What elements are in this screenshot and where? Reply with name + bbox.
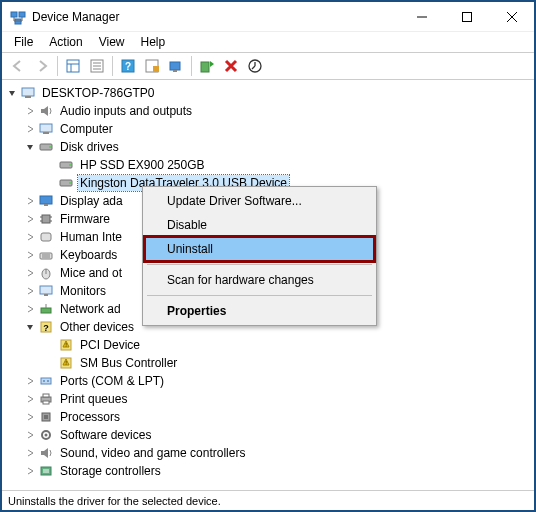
- tree-label: PCI Device: [78, 337, 142, 353]
- menu-help[interactable]: Help: [133, 33, 174, 51]
- tree-label: Storage controllers: [58, 463, 163, 479]
- svg-rect-35: [40, 196, 52, 204]
- gear-icon: [38, 427, 54, 443]
- enable-button[interactable]: [195, 54, 219, 78]
- svg-rect-36: [44, 204, 48, 206]
- uninstall-button[interactable]: [219, 54, 243, 78]
- chevron-right-icon[interactable]: [24, 429, 36, 441]
- device-tree[interactable]: DESKTOP-786GTP0 Audio inputs and outputs…: [2, 80, 534, 490]
- svg-point-60: [47, 380, 49, 382]
- tree-item-disk-hp[interactable]: HP SSD EX900 250GB: [4, 156, 532, 174]
- ctx-update-driver[interactable]: Update Driver Software...: [145, 189, 374, 213]
- tree-item-processors[interactable]: Processors: [4, 408, 532, 426]
- ctx-properties[interactable]: Properties: [145, 299, 374, 323]
- tree-item-pci[interactable]: ! PCI Device: [4, 336, 532, 354]
- svg-rect-27: [40, 124, 52, 132]
- tree-label: Display ada: [58, 193, 125, 209]
- printer-icon: [38, 391, 54, 407]
- svg-point-32: [69, 164, 71, 166]
- chevron-right-icon[interactable]: [24, 249, 36, 261]
- svg-rect-1: [19, 12, 25, 17]
- svg-rect-58: [41, 378, 51, 384]
- chevron-down-icon[interactable]: [6, 87, 18, 99]
- minimize-button[interactable]: [399, 2, 444, 32]
- tree-item-disk[interactable]: Disk drives: [4, 138, 532, 156]
- chevron-right-icon[interactable]: [24, 267, 36, 279]
- tree-item-software[interactable]: Software devices: [4, 426, 532, 444]
- svg-text:?: ?: [43, 323, 49, 333]
- keyboard-icon: [38, 247, 54, 263]
- svg-rect-48: [40, 286, 52, 294]
- mouse-icon: [38, 265, 54, 281]
- chevron-right-icon[interactable]: [24, 447, 36, 459]
- chevron-right-icon[interactable]: [24, 303, 36, 315]
- tree-label: HP SSD EX900 250GB: [78, 157, 207, 173]
- chevron-right-icon[interactable]: [24, 213, 36, 225]
- chevron-down-icon[interactable]: [24, 141, 36, 153]
- app-icon: [10, 9, 26, 25]
- svg-rect-20: [153, 66, 159, 72]
- maximize-button[interactable]: [444, 2, 489, 32]
- status-bar: Uninstalls the driver for the selected d…: [2, 490, 534, 510]
- chevron-right-icon[interactable]: [24, 465, 36, 477]
- tree-item-print[interactable]: Print queues: [4, 390, 532, 408]
- action-button[interactable]: [140, 54, 164, 78]
- svg-rect-0: [11, 12, 17, 17]
- svg-rect-28: [43, 132, 49, 134]
- tree-item-computer[interactable]: Computer: [4, 120, 532, 138]
- close-button[interactable]: [489, 2, 534, 32]
- scan-button[interactable]: [164, 54, 188, 78]
- chevron-right-icon[interactable]: [24, 123, 36, 135]
- tree-label: Sound, video and game controllers: [58, 445, 247, 461]
- svg-rect-37: [42, 215, 50, 223]
- tree-root[interactable]: DESKTOP-786GTP0: [4, 84, 532, 102]
- toolbar: ?: [2, 52, 534, 80]
- svg-text:?: ?: [125, 61, 131, 72]
- tree-label: Human Inte: [58, 229, 124, 245]
- chevron-right-icon[interactable]: [24, 285, 36, 297]
- svg-rect-68: [41, 467, 51, 475]
- svg-rect-65: [44, 415, 48, 419]
- svg-rect-50: [41, 308, 51, 313]
- menu-view[interactable]: View: [91, 33, 133, 51]
- cpu-icon: [38, 409, 54, 425]
- tree-label: Other devices: [58, 319, 136, 335]
- menu-action[interactable]: Action: [41, 33, 90, 51]
- tree-item-sound[interactable]: Sound, video and game controllers: [4, 444, 532, 462]
- context-menu: Update Driver Software... Disable Uninst…: [142, 186, 377, 326]
- menu-file[interactable]: File: [6, 33, 41, 51]
- title-bar: Device Manager: [2, 2, 534, 32]
- tree-item-ports[interactable]: Ports (COM & LPT): [4, 372, 532, 390]
- tree-label: DESKTOP-786GTP0: [40, 85, 157, 101]
- svg-rect-21: [170, 62, 180, 70]
- chevron-right-icon[interactable]: [24, 195, 36, 207]
- chevron-right-icon[interactable]: [24, 411, 36, 423]
- warning-icon: !: [58, 337, 74, 353]
- ctx-uninstall[interactable]: Uninstall: [145, 237, 374, 261]
- speaker-icon: [38, 103, 54, 119]
- controller-icon: [38, 463, 54, 479]
- chevron-right-icon[interactable]: [24, 375, 36, 387]
- disk-icon: [38, 139, 54, 155]
- chevron-right-icon[interactable]: [24, 231, 36, 243]
- chip-icon: [38, 211, 54, 227]
- update-button[interactable]: [243, 54, 267, 78]
- forward-button[interactable]: [30, 54, 54, 78]
- tree-label: Firmware: [58, 211, 112, 227]
- chevron-right-icon[interactable]: [24, 105, 36, 117]
- tree-label: Monitors: [58, 283, 108, 299]
- tree-item-audio[interactable]: Audio inputs and outputs: [4, 102, 532, 120]
- chevron-right-icon[interactable]: [24, 393, 36, 405]
- chevron-down-icon[interactable]: [24, 321, 36, 333]
- ctx-disable[interactable]: Disable: [145, 213, 374, 237]
- tree-label: Software devices: [58, 427, 153, 443]
- tree-item-storage[interactable]: Storage controllers: [4, 462, 532, 480]
- ctx-scan[interactable]: Scan for hardware changes: [145, 268, 374, 292]
- back-button[interactable]: [6, 54, 30, 78]
- properties-button[interactable]: [85, 54, 109, 78]
- svg-rect-63: [43, 401, 49, 404]
- tree-item-sm[interactable]: ! SM Bus Controller: [4, 354, 532, 372]
- help-button[interactable]: ?: [116, 54, 140, 78]
- show-hide-button[interactable]: [61, 54, 85, 78]
- unknown-icon: ?: [38, 319, 54, 335]
